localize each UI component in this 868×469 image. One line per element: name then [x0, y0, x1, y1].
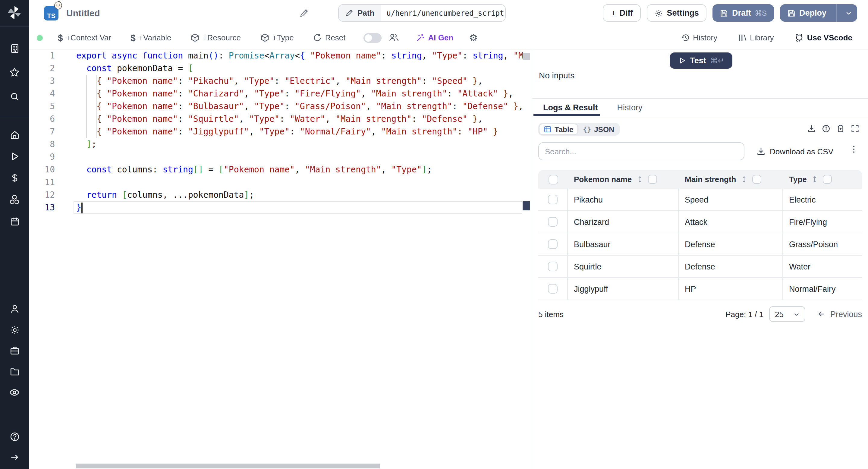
view-table-button[interactable]: Table	[539, 124, 578, 134]
add-resource-button[interactable]: +Resource	[191, 33, 241, 42]
sidebar-item-building-icon[interactable]	[0, 36, 29, 60]
per-page-select[interactable]: 25	[770, 306, 806, 322]
reset-icon	[313, 33, 322, 42]
sidebar-item-star-icon[interactable]	[0, 60, 29, 84]
column-filter-checkbox[interactable]	[823, 175, 832, 184]
table-row[interactable]: BulbasaurDefenseGrass/Poison	[538, 233, 862, 256]
table-row[interactable]: PikachuSpeedElectric	[538, 189, 862, 211]
windmill-logo-icon[interactable]	[7, 5, 22, 21]
row-checkbox[interactable]	[548, 284, 558, 293]
code-editor[interactable]: 12345678910111213 export async function …	[29, 50, 532, 469]
code-line-9	[76, 151, 522, 163]
copy-icon[interactable]	[836, 124, 845, 133]
history-button[interactable]: History	[681, 33, 717, 42]
row-checkbox[interactable]	[548, 195, 558, 205]
table-menu-kebab-icon[interactable]	[849, 145, 858, 154]
dollar-icon: $	[58, 33, 63, 43]
wand-icon	[416, 33, 425, 42]
column-header-main-strength[interactable]: Main strength	[679, 175, 783, 184]
arrow-left-icon	[818, 310, 826, 318]
ai-gen-button[interactable]: AI Gen	[416, 33, 454, 42]
add-context-var-button[interactable]: $+Context Var	[58, 33, 111, 43]
expand-icon[interactable]	[850, 124, 860, 133]
column-filter-checkbox[interactable]	[648, 175, 657, 184]
chevron-down-icon	[794, 311, 800, 317]
column-filter-checkbox[interactable]	[752, 175, 761, 184]
sidebar-item-search-icon[interactable]	[0, 84, 29, 108]
sidebar-item-folder-icon[interactable]	[0, 361, 29, 382]
deploy-button[interactable]: Deploy	[780, 4, 857, 22]
sidebar-item-play-icon[interactable]	[0, 145, 29, 167]
text-cursor	[82, 202, 82, 213]
sidebar-item-person-icon[interactable]	[0, 299, 29, 319]
sidebar-item-eye-icon[interactable]	[0, 382, 29, 403]
draft-button[interactable]: Draft⌘S	[713, 4, 774, 22]
run-panel: Test⌘↵ No inputs Logs & Result History T…	[532, 50, 868, 469]
diff-mode-toggle[interactable]	[364, 33, 382, 42]
row-checkbox[interactable]	[548, 262, 558, 271]
dollar-icon: $	[130, 33, 135, 43]
add-type-button[interactable]: +Type	[260, 33, 294, 42]
settings-button[interactable]: Settings	[647, 4, 707, 22]
column-header-type[interactable]: Type	[783, 175, 862, 184]
deploy-dropdown-button[interactable]	[840, 9, 857, 17]
previous-page-button[interactable]: Previous	[818, 310, 862, 319]
download-csv-button[interactable]: Download as CSV	[756, 142, 833, 160]
sidebar-item-dollar-icon[interactable]	[0, 167, 29, 189]
gear-icon	[655, 9, 663, 17]
table-row[interactable]: CharizardAttackFire/Flying	[538, 211, 862, 233]
edit-title-icon[interactable]	[300, 8, 309, 18]
path-value[interactable]: u/henri/unencumbered_script	[381, 5, 506, 21]
cube-icon	[191, 33, 200, 42]
top-header: TS Untitled Path u/henri/unencumbered_sc…	[29, 0, 868, 27]
code-line-7: { "Pokemon name": "Jigglypuff", "Type": …	[76, 125, 522, 138]
tab-history[interactable]: History	[617, 103, 643, 116]
row-checkbox[interactable]	[548, 217, 558, 227]
code-content[interactable]: export async function main(): Promise<Ar…	[76, 50, 522, 214]
table-row[interactable]: JigglypuffHPNormal/Fairy	[538, 278, 862, 300]
code-line-10: const columns: string[] = ["Pokemon name…	[76, 163, 522, 176]
windmill-app: TS Untitled Path u/henri/unencumbered_sc…	[0, 0, 868, 469]
code-line-13: }	[76, 201, 522, 214]
table-row[interactable]: SquirtleDefenseWater	[538, 256, 862, 278]
sidebar-divider	[0, 26, 29, 27]
sidebar-item-calendar-icon[interactable]	[0, 210, 29, 232]
sidebar-item-boxes-icon[interactable]	[0, 189, 29, 210]
horizontal-scrollbar[interactable]	[76, 464, 380, 468]
test-button[interactable]: Test⌘↵	[670, 53, 733, 69]
view-json-button[interactable]: {}JSON	[579, 124, 618, 134]
sort-icon[interactable]	[811, 176, 819, 183]
info-icon[interactable]	[822, 124, 831, 133]
use-vscode-button[interactable]: Use VScode	[795, 33, 852, 42]
sort-icon[interactable]	[636, 176, 644, 183]
library-button[interactable]: Library	[738, 33, 774, 42]
column-header-pokemon-name[interactable]: Pokemon name	[568, 175, 679, 184]
overview-ruler-cursor	[523, 201, 530, 210]
search-input[interactable]: Search...	[538, 142, 744, 160]
add-variable-button[interactable]: $+Variable	[130, 33, 171, 43]
diff-button[interactable]: ±Diff	[603, 4, 641, 22]
sidebar-item-gear-icon[interactable]	[0, 319, 29, 340]
sort-icon[interactable]	[740, 176, 748, 183]
code-line-6: { "Pokemon name": "Squirtle", "Type": "W…	[76, 113, 522, 125]
download-icon[interactable]	[807, 124, 816, 133]
emoji-badge-icon	[54, 1, 63, 10]
select-all-checkbox[interactable]	[548, 175, 558, 184]
path-label: Path	[358, 8, 374, 18]
sidebar-item-arrow-right-icon[interactable]	[0, 447, 29, 468]
code-line-12: return [columns, ...pokemonData];	[76, 189, 522, 201]
editor-settings-gear-icon[interactable]: ⚙	[469, 33, 478, 42]
cube-icon	[260, 33, 269, 42]
panel-divider	[532, 98, 868, 99]
path-field[interactable]: Path u/henri/unencumbered_script	[338, 4, 506, 22]
row-checkbox[interactable]	[548, 239, 558, 249]
collaborators-icon[interactable]	[389, 33, 399, 43]
sidebar-item-briefcase-icon[interactable]	[0, 340, 29, 361]
sidebar-divider	[0, 116, 29, 116]
table-footer: 5 items Page: 1 / 1 25 Previous	[538, 300, 862, 328]
sidebar-item-home-icon[interactable]	[0, 124, 29, 145]
history-icon	[681, 33, 690, 42]
chevron-down-icon	[845, 9, 852, 17]
reset-button[interactable]: Reset	[313, 33, 346, 42]
sidebar-item-help-icon[interactable]	[0, 426, 29, 447]
